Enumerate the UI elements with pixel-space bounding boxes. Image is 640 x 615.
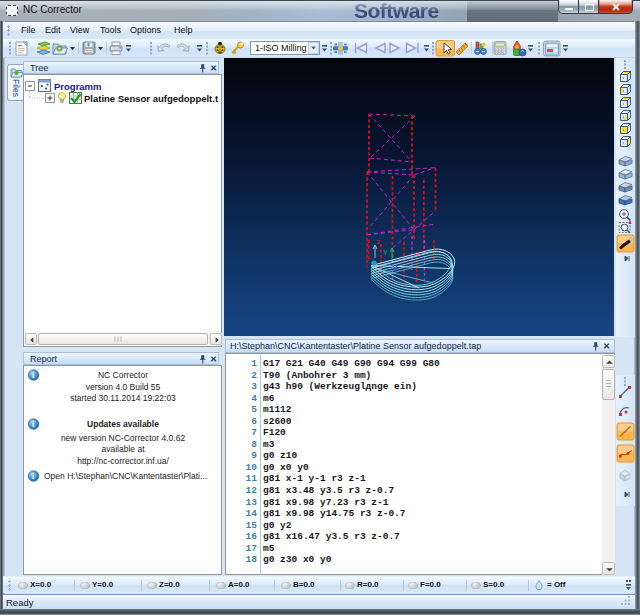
svg-text:version 4.0 Build 55: version 4.0 Build 55 <box>86 382 161 392</box>
svg-text:Platine Sensor aufgedoppelt.t: Platine Sensor aufgedoppelt.t <box>84 93 219 104</box>
svg-text:Y: Y <box>383 249 388 256</box>
svg-text:NC Corrector: NC Corrector <box>98 370 148 380</box>
svg-text:new version NC-Corrector 4.0.6: new version NC-Corrector 4.0.62 <box>61 433 186 443</box>
svg-text:z: z <box>377 238 381 245</box>
svg-text:Open H:\Stephan\CNC\Kantentast: Open H:\Stephan\CNC\Kantentaster\Plati..… <box>44 471 207 481</box>
svg-text:1-ISO Milling: 1-ISO Milling <box>255 43 307 53</box>
svg-text:http://nc-corrector.inf.ua/: http://nc-corrector.inf.ua/ <box>77 456 169 466</box>
svg-text:Programm: Programm <box>54 81 102 92</box>
svg-text:Updates available: Updates available <box>87 419 159 429</box>
svg-text:available at: available at <box>101 444 145 454</box>
svg-text:started 30.11.2014 19:22:03: started 30.11.2014 19:22:03 <box>70 393 176 403</box>
